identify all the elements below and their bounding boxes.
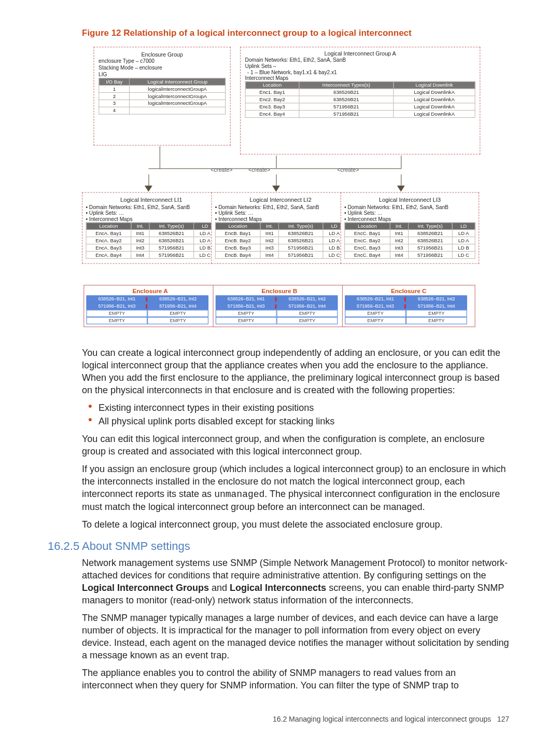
lig-a-table: LocationInterconnect Types(s)Logical Dow… — [245, 81, 475, 118]
paragraph: If you assign an enclosure group (which … — [82, 463, 509, 513]
enclosure-a: Enclosure A 638526–B21, Int1638526–B21, … — [83, 285, 217, 327]
paragraph: Network management systems use SNMP (Sim… — [82, 557, 509, 606]
lig-a-box: Logical Interconnect Group A Domain Netw… — [240, 47, 480, 155]
list-item: All physical uplink ports disabled excep… — [95, 415, 509, 427]
create-label-2: <create> — [248, 167, 270, 173]
figure-caption: Figure 12 Relationship of a logical inte… — [82, 28, 509, 38]
paragraph: You can create a logical interconnect gr… — [82, 347, 509, 396]
code-inline: unmanaged — [214, 489, 264, 500]
figure-diagram: Enclosure Group enclosure Type – c7000 S… — [82, 46, 515, 334]
paragraph: You can edit this logical interconnect g… — [82, 433, 509, 458]
paragraph: The SNMP manager typically manages a lar… — [82, 612, 509, 661]
enclosure-group-box: Enclosure Group enclosure Type – c7000 S… — [93, 47, 230, 145]
enclosure-b: Enclosure B 638526–B21, Int1638526–B21, … — [213, 285, 346, 327]
body-text: You can create a logical interconnect gr… — [82, 347, 509, 692]
section-heading: 16.2.5 About SNMP settings — [48, 540, 509, 552]
logical-interconnect-li1: Logical Interconnect LI1 • Domain Networ… — [82, 192, 221, 264]
create-label-1: <create> — [211, 167, 232, 173]
paragraph: The appliance enables you to control the… — [82, 667, 509, 692]
enclosure-c: Enclosure C 638526–B21, Int1638526–B21, … — [342, 285, 475, 327]
enclosure-group-title: Enclosure Group — [99, 52, 226, 58]
paragraph: To delete a logical interconnect group, … — [82, 518, 509, 531]
logical-interconnect-li3: Logical Interconnect LI3 • Domain Networ… — [341, 192, 480, 264]
logical-interconnect-li2: Logical Interconnect LI2 • Domain Networ… — [211, 192, 350, 264]
bullet-list: Existing interconnect types in their exi… — [82, 402, 509, 427]
page-footer: 16.2 Managing logical interconnects and … — [273, 715, 509, 723]
create-label-3: <create> — [337, 167, 359, 173]
list-item: Existing interconnect types in their exi… — [95, 402, 509, 414]
enclosure-group-table: I/O BayLogical Interconnect Group 1logic… — [99, 78, 226, 115]
